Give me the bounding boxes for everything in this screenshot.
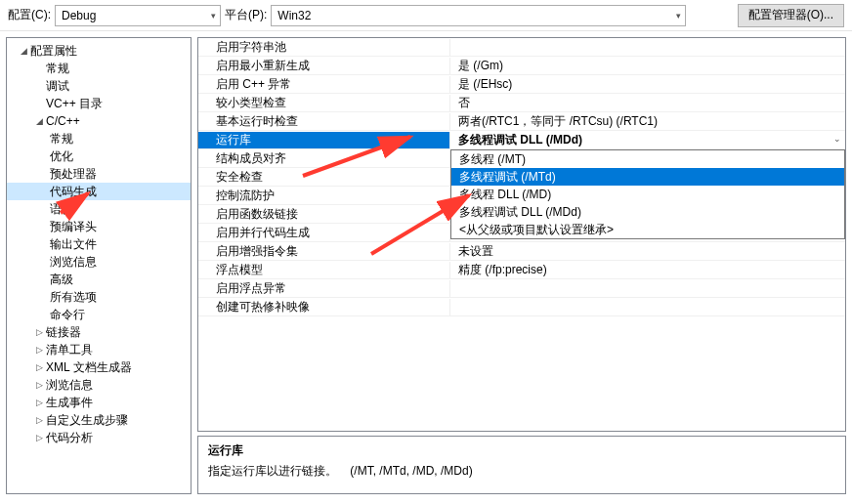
dropdown-option[interactable]: 多线程调试 DLL (/MDd): [451, 203, 844, 221]
tree-item[interactable]: 常规: [7, 60, 191, 77]
prop-name: 启用函数级链接: [198, 206, 450, 223]
tree-item[interactable]: 预编译头: [7, 218, 191, 235]
prop-name: 启用并行代码生成: [198, 225, 450, 241]
prop-value[interactable]: 多线程调试 DLL (/MDd): [450, 132, 845, 148]
property-row[interactable]: 基本运行时检查两者(/RTC1，等同于 /RTCsu) (/RTC1): [198, 112, 845, 131]
tree-item[interactable]: ▷链接器: [7, 323, 191, 341]
property-row[interactable]: 启用增强指令集未设置: [198, 242, 845, 261]
tree-item[interactable]: ▷XML 文档生成器: [7, 358, 191, 376]
tree-item[interactable]: 预处理器: [7, 165, 191, 183]
tree-item[interactable]: 输出文件: [7, 235, 191, 253]
prop-value[interactable]: 是 (/EHsc): [450, 76, 845, 93]
tree-item[interactable]: 优化: [7, 147, 191, 165]
platform-combo[interactable]: Win32 ▾: [271, 5, 686, 26]
expand-icon: ▷: [32, 433, 46, 442]
config-combo[interactable]: Debug ▾: [55, 5, 221, 26]
dropdown-option[interactable]: 多线程调试 (/MTd): [451, 168, 844, 186]
prop-name: 安全检查: [198, 169, 450, 186]
property-row[interactable]: 较小类型检查否: [198, 94, 845, 112]
chevron-down-icon: ▾: [211, 11, 216, 21]
prop-value[interactable]: 否: [450, 95, 845, 111]
prop-name: 基本运行时检查: [198, 113, 450, 130]
tree-item[interactable]: 常规: [7, 130, 191, 147]
tree-item-codegen[interactable]: 代码生成: [7, 183, 191, 200]
prop-name: 创建可热修补映像: [198, 299, 450, 315]
prop-name: 控制流防护: [198, 188, 450, 204]
dropdown-option[interactable]: <从父级或项目默认设置继承>: [451, 221, 844, 238]
property-row[interactable]: 启用字符串池: [198, 38, 845, 57]
prop-name: 结构成员对齐: [198, 150, 450, 167]
prop-name: 启用增强指令集: [198, 243, 450, 260]
tree-root[interactable]: ◢配置属性: [7, 42, 191, 60]
prop-name: 启用浮点异常: [198, 280, 450, 297]
expand-icon: ▷: [32, 380, 46, 390]
expand-icon: ▷: [32, 362, 46, 372]
expand-icon: ▷: [32, 398, 46, 407]
expand-icon: ▷: [32, 345, 46, 355]
property-row[interactable]: 浮点模型精度 (/fp:precise): [198, 261, 845, 279]
tree-item[interactable]: ▷生成事件: [7, 394, 191, 411]
dropdown-option[interactable]: 多线程 (/MT): [451, 150, 844, 168]
chevron-down-icon: ▾: [676, 11, 681, 21]
tree-item[interactable]: VC++ 目录: [7, 95, 191, 112]
tree-pane[interactable]: ◢配置属性 常规 调试 VC++ 目录 ◢C/C++ 常规 优化 预处理器 代码…: [6, 37, 192, 494]
prop-name: 启用最小重新生成: [198, 58, 450, 74]
collapse-icon: ◢: [32, 116, 46, 126]
config-value: Debug: [62, 9, 96, 22]
collapse-icon: ◢: [17, 46, 30, 56]
platform-label: 平台(P):: [225, 7, 267, 23]
prop-value[interactable]: 未设置: [450, 243, 845, 260]
property-row[interactable]: 运行库多线程调试 DLL (/MDd): [198, 131, 845, 149]
property-row[interactable]: 创建可热修补映像: [198, 298, 845, 316]
config-label: 配置(C):: [8, 7, 51, 23]
prop-name: 运行库: [198, 132, 450, 148]
prop-name: 较小类型检查: [198, 95, 450, 111]
expand-icon: ▷: [32, 415, 46, 425]
config-manager-button[interactable]: 配置管理器(O)...: [738, 4, 844, 27]
dropdown-option[interactable]: 多线程 DLL (/MD): [451, 186, 844, 203]
tree-item[interactable]: ▷清单工具: [7, 341, 191, 358]
description-pane: 运行库 指定运行库以进行链接。 (/MT, /MTd, /MD, /MDd): [197, 436, 846, 494]
tree-item[interactable]: 所有选项: [7, 288, 191, 306]
tree-item[interactable]: 调试: [7, 77, 191, 95]
prop-value[interactable]: 精度 (/fp:precise): [450, 262, 845, 278]
tree-item[interactable]: 语言: [7, 200, 191, 218]
desc-title: 运行库: [208, 442, 835, 459]
property-row[interactable]: 启用最小重新生成是 (/Gm): [198, 57, 845, 75]
property-row[interactable]: 启用浮点异常: [198, 279, 845, 298]
runtime-dropdown[interactable]: 多线程 (/MT) 多线程调试 (/MTd) 多线程 DLL (/MD) 多线程…: [450, 149, 845, 239]
chevron-down-icon[interactable]: ⌄: [833, 134, 841, 144]
tree-item[interactable]: ▷浏览信息: [7, 376, 191, 394]
tree-item[interactable]: ▷自定义生成步骤: [7, 411, 191, 429]
tree-item[interactable]: ▷代码分析: [7, 429, 191, 446]
desc-body: 指定运行库以进行链接。 (/MT, /MTd, /MD, /MDd): [208, 463, 835, 480]
prop-name: 浮点模型: [198, 262, 450, 278]
tree-cpp[interactable]: ◢C/C++: [7, 112, 191, 130]
prop-name: 启用字符串池: [198, 39, 450, 56]
platform-value: Win32: [277, 9, 311, 22]
prop-value[interactable]: 是 (/Gm): [450, 58, 845, 74]
expand-icon: ▷: [32, 327, 46, 337]
prop-value[interactable]: 两者(/RTC1，等同于 /RTCsu) (/RTC1): [450, 113, 845, 130]
tree-item[interactable]: 浏览信息: [7, 253, 191, 271]
tree-item[interactable]: 高级: [7, 271, 191, 288]
prop-name: 启用 C++ 异常: [198, 76, 450, 93]
property-row[interactable]: 启用 C++ 异常是 (/EHsc): [198, 75, 845, 94]
tree-item[interactable]: 命令行: [7, 306, 191, 323]
property-grid[interactable]: 启用字符串池启用最小重新生成是 (/Gm)启用 C++ 异常是 (/EHsc)较…: [197, 37, 846, 432]
